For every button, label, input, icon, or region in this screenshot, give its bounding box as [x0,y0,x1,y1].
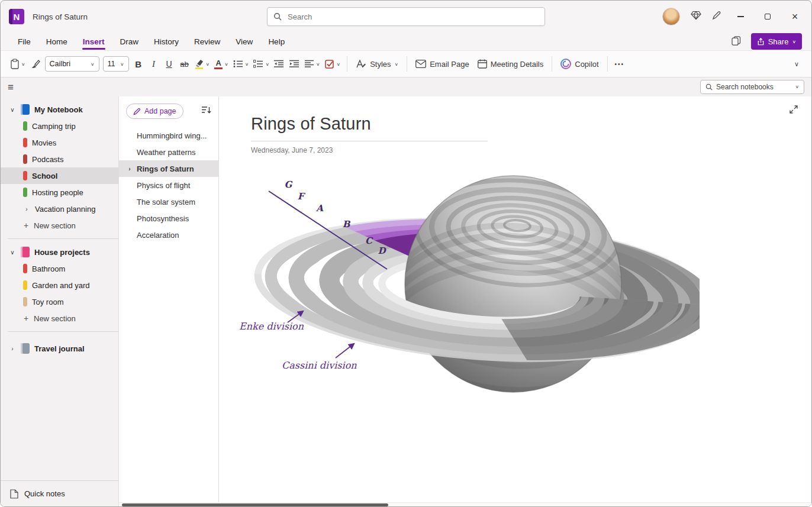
new-section-button[interactable]: + New section [1,217,118,234]
page-item[interactable]: Physics of flight [119,177,218,193]
todo-tag-button[interactable]: ∨ [323,55,343,73]
font-size-value: 11 [108,60,115,68]
email-page-button[interactable]: Email Page [411,55,473,73]
paste-button[interactable]: ∨ [8,55,28,73]
maximize-button[interactable] [759,8,776,25]
meeting-details-label: Meeting Details [491,60,544,69]
font-color-button[interactable]: A ∨ [212,55,231,73]
page-item[interactable]: Photosynthesis [119,210,218,227]
rewards-diamond-icon[interactable] [691,11,701,22]
page-item[interactable]: The solar system [119,193,218,210]
italic-button[interactable]: I [146,55,162,73]
page-item[interactable]: Accelaration [119,227,218,243]
increase-indent-icon [289,60,299,68]
sidebar-section-garden-and-yard[interactable]: Garden and yard [1,277,118,293]
section-color-icon [23,188,27,197]
menu-history[interactable]: History [146,33,186,50]
chevron-right-icon[interactable]: › [23,206,30,212]
page-canvas[interactable]: Rings of Saturn Wednesday, June 7, 2023 [219,96,811,506]
expand-page-button[interactable] [789,105,798,117]
search-input[interactable] [286,12,539,22]
alignment-button[interactable]: ∨ [302,55,323,73]
page-item-selected[interactable]: › Rings of Saturn [119,160,218,177]
menu-review[interactable]: Review [186,33,228,50]
cassini-arrow [336,344,354,358]
sidebar-notebook-house-projects[interactable]: ∨ House projects [1,244,118,260]
compose-pencil-icon [133,108,141,115]
add-page-button[interactable]: Add page [126,104,183,119]
share-button[interactable]: Share ∨ [751,33,802,50]
sidebar-section-group-vacation-planning[interactable]: › Vacation planning [1,201,118,217]
sidebar-section-bathroom[interactable]: Bathroom [1,260,118,277]
chevron-down-icon[interactable]: ∨ [9,249,16,256]
menu-file[interactable]: File [10,33,38,50]
section-name: Camping trip [32,122,76,131]
meeting-details-button[interactable]: Meeting Details [473,55,548,73]
sidebar-section-movies[interactable]: Movies [1,134,118,151]
share-icon [757,38,765,46]
new-section-label: New section [34,314,76,323]
menu-view[interactable]: View [228,33,260,50]
sidebar-section-hosting-people[interactable]: Hosting people [1,184,118,201]
page-panel-header: Add page [119,104,218,119]
sort-pages-button[interactable] [202,106,211,117]
notebook-icon [21,104,30,115]
chevron-down-icon: ∨ [91,62,95,66]
page-list-panel: Add page Hummingbird wing... Weather pat… [119,96,219,506]
sidebar-notebook-travel-journal[interactable]: › Travel journal [1,340,118,357]
window-title: Rings of Saturn [33,12,88,21]
section-color-icon [23,297,27,306]
page-item[interactable]: Weather patterns [119,144,218,160]
ribbon-divider [407,56,407,72]
increase-indent-button[interactable] [287,55,302,73]
search-icon [705,83,713,91]
format-painter-button[interactable] [28,55,43,73]
menu-home[interactable]: Home [38,33,75,50]
quick-notes-button[interactable]: Quick notes [1,480,118,506]
pen-settings-icon[interactable] [712,11,721,22]
font-size-select[interactable]: 11 ∨ [103,56,129,72]
styles-button[interactable]: Styles ∨ [352,55,402,73]
minimize-button[interactable] [732,8,749,25]
notebook-icon [21,247,30,257]
copilot-button[interactable]: Copilot [556,55,602,73]
bullets-button[interactable]: ∨ [231,55,252,73]
switch-view-icon[interactable] [732,36,742,47]
sidebar-section-camping-trip[interactable]: Camping trip [1,118,118,134]
chevron-right-icon[interactable]: › [9,345,16,352]
sidebar-section-school[interactable]: School [1,167,118,184]
horizontal-scrollbar-thumb[interactable] [122,503,388,506]
underline-button[interactable]: U [162,55,177,73]
menu-draw[interactable]: Draw [112,33,147,50]
new-section-button[interactable]: + New section [1,310,118,327]
chevron-right-icon: › [126,166,133,172]
decrease-indent-button[interactable] [272,55,287,73]
sidebar-section-podcasts[interactable]: Podcasts [1,151,118,167]
page-item[interactable]: Hummingbird wing... [119,127,218,144]
app-body: ∨ My Notebook Camping trip Movies Podcas… [1,96,811,506]
horizontal-scrollbar[interactable] [119,502,811,506]
chevron-down-icon: ∨ [316,62,320,66]
ribbon-overflow-button[interactable]: ••• [612,55,627,73]
global-search-box[interactable] [267,7,545,26]
chevron-down-icon[interactable]: ∨ [9,106,16,113]
search-notebooks-dropdown[interactable]: Search notebooks ∨ [700,80,804,94]
menu-insert[interactable]: Insert [75,33,112,50]
page-title: Accelaration [137,231,179,240]
sidebar-notebook-my-notebook[interactable]: ∨ My Notebook [1,101,118,118]
ribbon-toolbar: ∨ Cailbri ∨ 11 ∨ B I U ab ∨ A ∨ [1,50,811,77]
user-avatar[interactable] [662,8,680,25]
sidebar-section-toy-room[interactable]: Toy room [1,293,118,310]
numbering-button[interactable]: ∨ [251,55,272,73]
close-button[interactable]: × [787,8,803,25]
hamburger-menu-icon[interactable]: ≡ [8,82,14,92]
strikethrough-button[interactable]: ab [177,55,192,73]
note-title[interactable]: Rings of Saturn [251,114,811,134]
font-name-select[interactable]: Cailbri ∨ [45,56,99,72]
menu-help[interactable]: Help [260,33,292,50]
page-title: Photosynthesis [137,214,189,223]
highlighter-button[interactable]: ∨ [192,55,212,73]
format-painter-icon [31,59,40,69]
collapse-ribbon-button[interactable]: ∨ [789,55,804,73]
bold-button[interactable]: B [131,55,146,73]
